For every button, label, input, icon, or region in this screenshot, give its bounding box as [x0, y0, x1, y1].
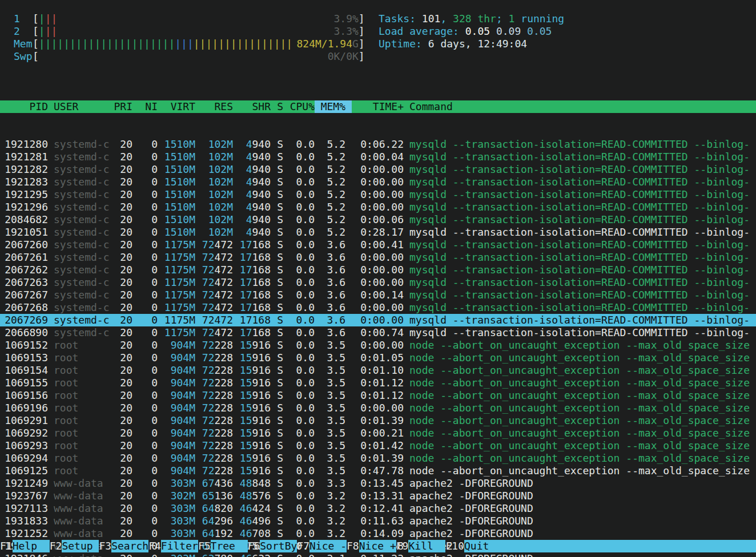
- process-row[interactable]: 2084682systemd-c2001510M102M4940S0.05.20…: [0, 213, 756, 226]
- process-row[interactable]: 2067268systemd-c2001175M7247217168S0.03.…: [0, 301, 756, 314]
- fkey-f1[interactable]: F1Help: [0, 540, 50, 552]
- process-row[interactable]: 1069156root200904M7222815916S0.03.50:01.…: [0, 389, 756, 402]
- cell-ni: 0: [132, 377, 158, 389]
- process-row[interactable]: 2066890systemd-c2001175M7247217168S0.03.…: [0, 326, 756, 339]
- process-row[interactable]: 1069196root200904M7222815916S0.03.50:00.…: [0, 402, 756, 414]
- fkey-f9[interactable]: F9Kill: [396, 540, 446, 552]
- cell-res: 72228: [195, 402, 233, 414]
- cell-mem: 3.5: [315, 402, 345, 414]
- fkey-f6[interactable]: F6SortBy: [248, 540, 297, 552]
- cell-cmd: mysqld --transaction-isolation=READ-COMM…: [409, 226, 756, 239]
- process-row[interactable]: 2067269systemd-c2001175M7247217168S0.03.…: [0, 314, 756, 326]
- process-row[interactable]: 1921281systemd-c2001510M102M4940S0.05.20…: [0, 151, 756, 163]
- cell-shr: 4940: [233, 151, 271, 163]
- cell-mem: 3.5: [315, 377, 345, 389]
- process-row[interactable]: 1921283systemd-c2001510M102M4940S0.05.20…: [0, 176, 756, 188]
- cell-shr: 15916: [233, 352, 271, 364]
- process-row[interactable]: 2067260systemd-c2001175M7247217168S0.03.…: [0, 239, 756, 251]
- process-row[interactable]: 1921296systemd-c2001510M102M4940S0.05.20…: [0, 201, 756, 213]
- cell-shr: 15916: [233, 439, 271, 452]
- column-header-shr[interactable]: SHR: [233, 100, 271, 113]
- cell-cpu: 0.0: [283, 377, 315, 389]
- process-row[interactable]: 1927113www-data200303M6482046424S0.03.20…: [0, 502, 756, 515]
- cell-pid: 1069125: [0, 465, 48, 477]
- process-row[interactable]: 1921280systemd-c2001510M102M4940S0.05.20…: [0, 138, 756, 151]
- fkey-f4[interactable]: F4Filter: [148, 540, 198, 552]
- process-row[interactable]: 2067267systemd-c2001175M7247217168S0.03.…: [0, 289, 756, 301]
- cell-cpu: 0.0: [283, 427, 315, 439]
- column-header-virt[interactable]: VIRT: [158, 100, 195, 113]
- column-header-ni[interactable]: NI: [132, 100, 158, 113]
- process-row[interactable]: 1069291root200904M7222815916S0.03.50:01.…: [0, 414, 756, 427]
- process-row[interactable]: 1069153root200904M7222815916S0.03.50:01.…: [0, 352, 756, 364]
- process-row[interactable]: 1069292root200904M7222815916S0.03.50:00.…: [0, 427, 756, 439]
- cell-pri: 20: [110, 439, 132, 452]
- process-row[interactable]: 1069155root200904M7222815916S0.03.50:01.…: [0, 377, 756, 389]
- cell-user: systemd-c: [54, 151, 110, 163]
- column-header-pri[interactable]: PRI: [110, 100, 132, 113]
- cell-s: S: [271, 352, 283, 364]
- cell-cmd: node --abort_on_uncaught_exception --max…: [409, 352, 756, 364]
- cell-virt: 904M: [158, 452, 195, 465]
- cell-mem: 3.2: [315, 502, 345, 515]
- process-row[interactable]: 1931833www-data200303M6429646496S0.03.20…: [0, 515, 756, 527]
- fkey-f8[interactable]: F8Nice +: [347, 540, 396, 552]
- fkey-f5[interactable]: F5Tree: [198, 540, 248, 552]
- fkey-f10[interactable]: F10Quit: [445, 540, 489, 552]
- process-row[interactable]: 1921295systemd-c2001510M102M4940S0.05.20…: [0, 188, 756, 201]
- column-header-time[interactable]: TIME+: [345, 100, 404, 113]
- column-header-user[interactable]: USER: [54, 100, 110, 113]
- cell-virt: 904M: [158, 402, 195, 414]
- text-segment: 1: [509, 13, 515, 25]
- process-row[interactable]: 2067261systemd-c2001175M7247217168S0.03.…: [0, 251, 756, 264]
- cell-time: 0:00.00: [345, 339, 404, 352]
- process-row[interactable]: 1923767www-data200302M6513648576S0.03.20…: [0, 490, 756, 502]
- cell-ni: 0: [132, 465, 158, 477]
- cell-virt: 1510M: [158, 188, 195, 201]
- cell-pid: 1921252: [0, 527, 48, 540]
- cell-pri: 20: [110, 239, 132, 251]
- column-header-cmd[interactable]: Command: [409, 100, 756, 113]
- cell-s: S: [271, 552, 283, 557]
- cell-s: S: [271, 138, 283, 151]
- meter-value-cpu-1: 3.9%: [333, 13, 358, 25]
- column-header-res[interactable]: RES: [195, 100, 233, 113]
- cell-cpu: 0.0: [283, 477, 315, 490]
- meter-label-cpu-1: 1: [14, 13, 33, 25]
- process-row[interactable]: 1921282systemd-c2001510M102M4940S0.05.20…: [0, 163, 756, 176]
- fkey-f7[interactable]: F7Nice -: [297, 540, 347, 552]
- process-row[interactable]: 1069293root200904M7222815916S0.03.50:01.…: [0, 439, 756, 452]
- cell-res: 72228: [195, 389, 233, 402]
- process-row[interactable]: 2067263systemd-c2001175M7247217168S0.03.…: [0, 276, 756, 289]
- process-row[interactable]: 1921252www-data200303M6419246708S0.03.20…: [0, 527, 756, 540]
- column-header-pid[interactable]: PID: [0, 100, 48, 113]
- cell-shr: 4940: [233, 138, 271, 151]
- process-row[interactable]: 1069152root200904M7222815916S0.03.50:00.…: [0, 339, 756, 352]
- fkey-label: Help: [13, 540, 50, 552]
- fkey-label: Quit: [464, 540, 489, 552]
- cell-pid: 1069152: [0, 339, 48, 352]
- bar-segment-green: |: [39, 25, 45, 37]
- cell-ni: 0: [132, 176, 158, 188]
- cell-cpu: 0.0: [283, 213, 315, 226]
- process-row[interactable]: 1921051systemd-c2001510M102M4940S0.05.20…: [0, 226, 756, 239]
- cell-virt: 1510M: [158, 226, 195, 239]
- column-header-s[interactable]: S: [271, 100, 283, 113]
- text-segment: Load average:: [379, 25, 465, 37]
- process-row[interactable]: 1931846www-data200302M6378046632S0.03.10…: [0, 552, 756, 557]
- cell-res: 64296: [195, 515, 233, 527]
- process-row[interactable]: 2067262systemd-c2001175M7247217168S0.03.…: [0, 264, 756, 276]
- process-row[interactable]: 1069294root200904M7222815916S0.03.50:01.…: [0, 452, 756, 465]
- cell-res: 72472: [195, 239, 233, 251]
- cell-user: root: [54, 414, 110, 427]
- fkey-f3[interactable]: F3Search: [99, 540, 148, 552]
- fkey-f2[interactable]: F2Setup: [50, 540, 99, 552]
- process-row[interactable]: 1921249www-data200303M6743648848S0.03.30…: [0, 477, 756, 490]
- process-row[interactable]: 1069125root200904M7222815916S0.03.50:47.…: [0, 465, 756, 477]
- cell-cpu: 0.0: [283, 552, 315, 557]
- column-header-cpu[interactable]: CPU%: [283, 100, 315, 113]
- process-row[interactable]: 1069154root200904M7222815916S0.03.50:01.…: [0, 364, 756, 377]
- cell-pid: 1921283: [0, 176, 48, 188]
- fkey-label: Kill: [408, 540, 445, 552]
- cell-cpu: 0.0: [283, 163, 315, 176]
